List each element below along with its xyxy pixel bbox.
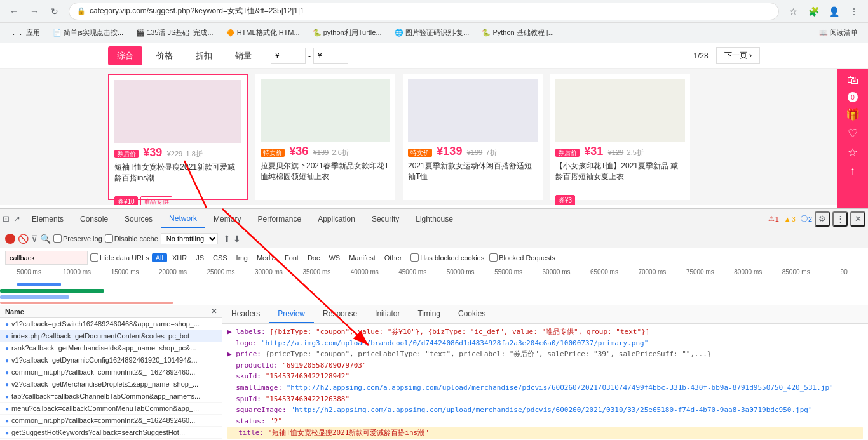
export-har-button[interactable]: ⬇	[233, 234, 241, 244]
has-blocked-cookies-label[interactable]: Has blocked cookies	[410, 253, 484, 262]
request-item-3[interactable]: ● v1?callback=getDynamicConfig1624892461…	[0, 354, 222, 366]
sort-tab-price[interactable]: 价格	[147, 46, 182, 65]
filter-media[interactable]: Media	[253, 253, 280, 262]
profile-button[interactable]: 👤	[825, 3, 843, 20]
tab-security[interactable]: Security	[364, 211, 407, 227]
response-tab-timing[interactable]: Timing	[409, 305, 449, 323]
response-tab-headers[interactable]: Headers	[222, 305, 269, 323]
clear-log-button[interactable]: 🚫	[18, 234, 29, 244]
has-blocked-cookies-checkbox[interactable]	[410, 253, 419, 262]
tab-application[interactable]: Application	[310, 211, 363, 227]
price-badge-2: 特卖价	[261, 149, 285, 157]
filter-ws[interactable]: WS	[325, 253, 344, 262]
tab-sources[interactable]: Sources	[117, 211, 160, 227]
sort-tab-general[interactable]: 综合	[108, 46, 142, 65]
request-item-7[interactable]: ● menu?callback=callbackCommonMenuTabCom…	[0, 403, 222, 415]
bookmark-apps[interactable]: ⋮⋮ 应用	[5, 26, 45, 39]
refresh-button[interactable]: ↻	[46, 3, 64, 20]
filter-font[interactable]: Font	[281, 253, 302, 262]
filter-js[interactable]: JS	[192, 253, 208, 262]
sort-tab-discount[interactable]: 折扣	[187, 46, 221, 65]
star-icon[interactable]: ☆	[848, 145, 858, 159]
next-page-button[interactable]: 下一页 ›	[716, 47, 760, 64]
product-price-row-4: 券后价 ¥31 ¥129 2.5折	[555, 145, 685, 158]
price-min-input[interactable]	[271, 48, 306, 64]
request-item-5[interactable]: ● v2?callback=getMerchandiseDroplets1&ap…	[0, 378, 222, 390]
address-bar[interactable]: 🔒 category.vip.com/suggest.php?keyword=女…	[69, 3, 779, 20]
preserve-log-label[interactable]: Preserve log	[53, 234, 102, 243]
product-title-3: 2021夏季新款女运动休闲百搭舒适短袖T恤	[408, 161, 538, 192]
request-item-6[interactable]: ● tab?callback=callbackChannelbTabCommon…	[0, 390, 222, 403]
throttle-dropdown[interactable]: No throttling	[161, 233, 218, 244]
blocked-requests-checkbox[interactable]	[489, 253, 498, 262]
request-item-9[interactable]: ● getSuggestHotKeywords?callback=searchS…	[0, 427, 222, 439]
request-item-2[interactable]: ● rank?callback=getMerchandiseIds&app_na…	[0, 342, 222, 354]
back-button[interactable]: ←	[5, 3, 23, 20]
sort-tab-sales[interactable]: 销量	[226, 46, 261, 65]
request-item-0[interactable]: ● v1?callback=getSwitch1624892460468&app…	[0, 318, 222, 330]
response-tab-preview[interactable]: Preview	[269, 305, 314, 323]
filter-other[interactable]: Other	[381, 253, 406, 262]
filter-manifest[interactable]: Manifest	[345, 253, 379, 262]
price-main-3: ¥139	[437, 145, 462, 157]
devtools-inspect-icon[interactable]: ↗	[13, 214, 20, 223]
tab-network[interactable]: Network	[161, 210, 205, 228]
response-tab-initiator[interactable]: Initiator	[366, 305, 409, 323]
filter-all[interactable]: All	[152, 253, 167, 262]
tab-elements[interactable]: Elements	[24, 211, 71, 227]
blocked-requests-label[interactable]: Blocked Requests	[489, 253, 555, 262]
hide-data-urls-label[interactable]: Hide data URLs	[90, 253, 149, 262]
filter-doc[interactable]: Doc	[304, 253, 324, 262]
network-filter-input[interactable]	[5, 251, 88, 265]
request-item-1[interactable]: ● index.php?callback=getDocumentContent&…	[0, 330, 222, 342]
bookmark-star-button[interactable]: ☆	[784, 3, 802, 20]
devtools-action-icons: ⚠ 1 ▲ 3 ⓘ 2 ⚙ ⋮ ✕	[768, 211, 865, 227]
tab-console[interactable]: Console	[72, 211, 116, 227]
timeline-bars[interactable]	[0, 277, 868, 305]
devtools-toggle-icon[interactable]: ⊡	[3, 214, 10, 223]
forward-button[interactable]: →	[25, 3, 43, 20]
bookmark-1[interactable]: 📄 简单js实现点击按...	[48, 26, 128, 39]
warning-count: ▲ 3	[784, 215, 796, 223]
disable-cache-label[interactable]: Disable cache	[105, 234, 158, 243]
bookmark-4[interactable]: 🐍 python利用Turtle...	[308, 26, 387, 39]
import-har-button[interactable]: ⬆	[223, 234, 231, 244]
product-card-2[interactable]: 特卖价 ¥36 ¥139 2.6折 拉夏贝尔旗下2021春季新品女款印花T恤纯棉…	[255, 74, 395, 200]
tab-memory[interactable]: Memory	[206, 211, 248, 227]
bookmark-3[interactable]: 🔶 HTML格式化 HTM...	[221, 26, 305, 39]
cart-icon[interactable]: 🛍	[847, 74, 858, 87]
filter-img[interactable]: Img	[233, 253, 252, 262]
bookmark-5[interactable]: 🌐 图片验证码识别-复...	[390, 26, 475, 39]
response-tab-cookies[interactable]: Cookies	[449, 305, 494, 323]
filter-css[interactable]: CSS	[209, 253, 231, 262]
request-item-4[interactable]: ● common_init.php?callback=commonInit2&_…	[0, 366, 222, 378]
tab-lighthouse[interactable]: Lighthouse	[408, 211, 461, 227]
response-tab-response[interactable]: Response	[314, 305, 366, 323]
close-devtools-button[interactable]: ✕	[850, 211, 865, 227]
address-text: category.vip.com/suggest.php?keyword=女式T…	[90, 6, 304, 17]
heart-icon[interactable]: ♡	[848, 126, 858, 140]
bookmark-reading-list[interactable]: 📖 阅读清单	[814, 26, 863, 39]
bookmark-6[interactable]: 🐍 Python 基础教程 |...	[477, 26, 559, 39]
product-card-3[interactable]: 特卖价 ¥139 ¥199 7折 2021夏季新款女运动休闲百搭舒适短袖T恤	[403, 74, 543, 200]
price-max-input[interactable]	[313, 48, 348, 64]
product-card-1[interactable]: 券后价 ¥39 ¥229 1.8折 短袖T恤女宽松显瘦2021新款可爱减龄百搭i…	[108, 74, 248, 200]
bookmark-2[interactable]: 🎬 135话 JS基础_完成...	[131, 26, 219, 39]
menu-button[interactable]: ⋮	[845, 3, 863, 20]
record-button[interactable]	[5, 234, 15, 244]
extensions-button[interactable]: 🧩	[804, 3, 822, 20]
product-card-4[interactable]: 券后价 ¥31 ¥129 2.5折 【小女孩印花T恤】2021夏季新品 减龄百搭…	[550, 74, 690, 200]
tab-performance[interactable]: Performance	[250, 211, 309, 227]
request-item-8[interactable]: ● common_init.php?callback=commonInit2&_…	[0, 415, 222, 427]
search-network-button[interactable]: 🔍	[40, 234, 51, 244]
filter-button[interactable]: ⊽	[31, 234, 37, 244]
hide-data-urls-checkbox[interactable]	[90, 253, 98, 262]
settings-button[interactable]: ⚙	[815, 211, 830, 227]
up-icon[interactable]: ↑	[850, 164, 856, 178]
preserve-log-checkbox[interactable]	[53, 234, 62, 243]
filter-xhr[interactable]: XHR	[168, 253, 191, 262]
close-requests-panel-button[interactable]: ✕	[211, 307, 217, 316]
disable-cache-checkbox[interactable]	[105, 234, 113, 243]
vertical-dots-button[interactable]: ⋮	[832, 211, 848, 227]
gift-icon[interactable]: 🎁	[846, 107, 860, 121]
